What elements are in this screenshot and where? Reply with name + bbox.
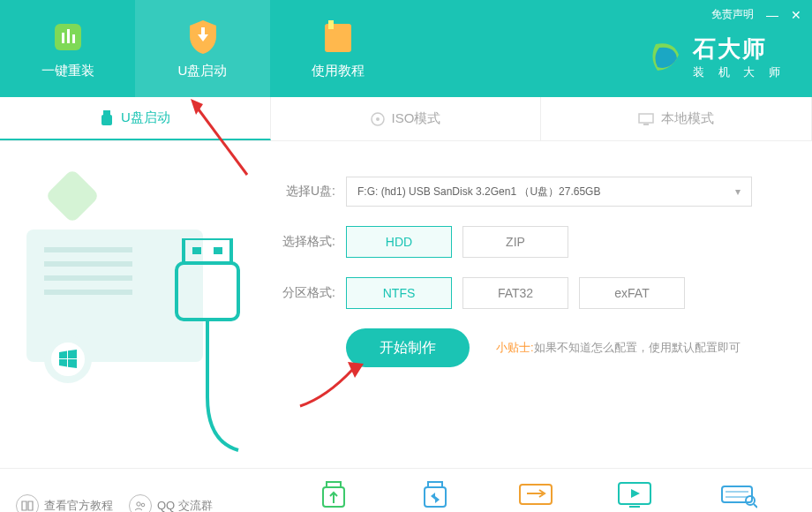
shield-icon: [184, 19, 222, 56]
svg-rect-3: [72, 34, 75, 43]
nav-tutorial[interactable]: 使用教程: [270, 0, 405, 97]
subtab-label: U盘启动: [121, 109, 170, 126]
people-icon: [129, 494, 152, 512]
qq-group-link[interactable]: QQ 交流群: [129, 494, 213, 512]
svg-rect-2: [67, 29, 70, 43]
book-open-icon: [16, 494, 39, 512]
official-tutorial-link[interactable]: 查看官方教程: [16, 494, 113, 512]
select-usb-label: 选择U盘:: [274, 184, 335, 200]
window-controls: 免责声明 — ✕: [711, 7, 801, 22]
svg-point-10: [376, 117, 380, 121]
tool-restore-usb[interactable]: 还原 U 盘: [411, 479, 461, 512]
svg-point-18: [141, 503, 145, 507]
svg-rect-13: [184, 238, 231, 263]
keyboard-search-icon: [720, 479, 757, 511]
svg-rect-4: [201, 27, 205, 36]
brand: 石大师 装 机 大 师: [647, 34, 786, 80]
svg-rect-16: [177, 263, 238, 320]
svg-line-30: [754, 504, 757, 508]
svg-rect-11: [639, 114, 653, 123]
select-format-label: 选择格式:: [274, 234, 335, 250]
subtab-local[interactable]: 本地模式: [541, 97, 812, 140]
svg-rect-6: [328, 20, 334, 29]
svg-rect-12: [643, 124, 649, 125]
tool-format-convert[interactable]: 格式转换: [513, 479, 559, 512]
partition-format-label: 分区格式:: [274, 285, 335, 301]
usb-up-icon: [315, 479, 352, 511]
close-button[interactable]: ✕: [791, 8, 801, 22]
minimize-button[interactable]: —: [766, 8, 778, 22]
svg-rect-7: [103, 110, 110, 115]
svg-rect-25: [629, 506, 640, 508]
app-header: 一键重装 U盘启动 使用教程 免责声明 — ✕ 石大师 装 机 大 师: [0, 0, 812, 97]
illustration-panel: [0, 141, 265, 468]
book-icon: [320, 19, 357, 56]
subtab-label: ISO模式: [392, 110, 441, 127]
svg-rect-15: [214, 247, 222, 254]
svg-rect-26: [722, 486, 752, 502]
format-hdd-option[interactable]: HDD: [346, 226, 452, 258]
usb-restore-icon: [417, 479, 454, 511]
footer: 查看官方教程 QQ 交流群 升级 U 盘 还原 U 盘 格式转换 模拟启动 快捷: [0, 468, 812, 512]
convert-icon: [517, 479, 554, 511]
tip-text: 小贴士:如果不知道怎么配置，使用默认配置即可: [496, 340, 741, 356]
nav-usb-boot[interactable]: U盘启动: [135, 0, 270, 97]
usb-icon: [100, 110, 114, 126]
partition-exfat-option[interactable]: exFAT: [579, 277, 685, 309]
brand-logo-icon: [647, 39, 684, 76]
reinstall-icon: [49, 19, 86, 56]
subtab-usb[interactable]: U盘启动: [0, 97, 271, 140]
subtab-iso[interactable]: ISO模式: [271, 97, 542, 140]
footer-left: 查看官方教程 QQ 交流群: [0, 469, 265, 512]
svg-point-29: [746, 496, 755, 505]
main-content: 选择U盘: F:G: (hd1) USB SanDisk 3.2Gen1 （U盘…: [0, 141, 812, 468]
nav-reinstall[interactable]: 一键重装: [0, 0, 135, 97]
partition-ntfs-option[interactable]: NTFS: [346, 277, 452, 309]
play-monitor-icon: [616, 479, 653, 511]
tool-shortcut-lookup[interactable]: 快捷键查询: [710, 479, 768, 512]
subtab-label: 本地模式: [661, 110, 714, 127]
tip-label: 小贴士:: [496, 341, 534, 354]
partition-fat32-option[interactable]: FAT32: [462, 277, 568, 309]
start-create-button[interactable]: 开始制作: [346, 328, 470, 367]
brand-title: 石大师: [693, 34, 786, 64]
svg-point-17: [137, 502, 140, 506]
usb-select-value: F:G: (hd1) USB SanDisk 3.2Gen1 （U盘）27.65…: [357, 184, 600, 200]
nav-label: 使用教程: [312, 63, 365, 79]
brand-subtitle: 装 机 大 师: [693, 64, 786, 80]
windows-badge-icon: [44, 335, 92, 383]
iso-icon: [371, 112, 385, 126]
svg-rect-14: [192, 247, 201, 254]
disclaimer-link[interactable]: 免责声明: [711, 7, 754, 22]
sub-tabs: U盘启动 ISO模式 本地模式: [0, 97, 812, 141]
decoration-badge: [45, 169, 100, 223]
svg-rect-1: [62, 33, 64, 43]
form-area: 选择U盘: F:G: (hd1) USB SanDisk 3.2Gen1 （U盘…: [265, 141, 812, 468]
usb-cable-icon: [168, 238, 247, 468]
tool-upgrade-usb[interactable]: 升级 U 盘: [309, 479, 358, 512]
main-nav: 一键重装 U盘启动 使用教程: [0, 0, 405, 97]
svg-rect-8: [102, 115, 112, 125]
tool-simulate-boot[interactable]: 模拟启动: [612, 479, 658, 512]
nav-label: 一键重装: [41, 63, 94, 79]
chevron-down-icon: ▾: [735, 185, 741, 198]
footer-tools: 升级 U 盘 还原 U 盘 格式转换 模拟启动 快捷键查询: [265, 469, 812, 512]
usb-select[interactable]: F:G: (hd1) USB SanDisk 3.2Gen1 （U盘）27.65…: [346, 177, 752, 207]
monitor-icon: [638, 113, 654, 125]
nav-label: U盘启动: [178, 63, 228, 79]
format-zip-option[interactable]: ZIP: [462, 226, 568, 258]
